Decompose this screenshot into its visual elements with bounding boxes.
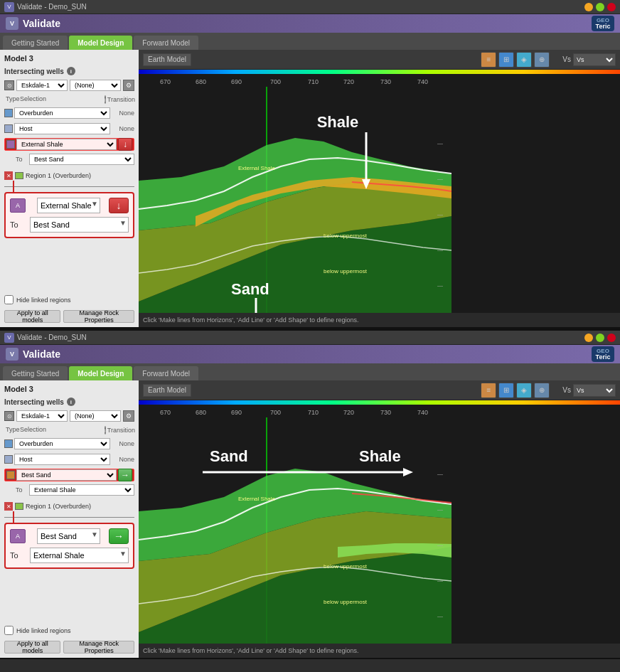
apply-all-btn-bot[interactable]: Apply to all models	[4, 641, 60, 654]
svg-text:690: 690	[231, 78, 242, 85]
connector-line-bot	[13, 511, 14, 524]
close-btn-top[interactable]	[607, 3, 616, 11]
overburden-color-top	[4, 109, 13, 117]
manage-rock-btn-top[interactable]: Manage Rock Properties	[63, 310, 134, 323]
host-color-bot	[4, 455, 13, 464]
col-selection-label-top: Selection	[20, 95, 103, 104]
svg-text:740: 740	[417, 409, 428, 416]
toolbar-icon3-top[interactable]: ◈	[516, 52, 532, 68]
earth-model-label-top: Earth Model	[143, 53, 191, 66]
svg-text:—: —	[437, 613, 443, 619]
maximize-btn-bot[interactable]	[596, 334, 604, 342]
vs-label-bot: Vs	[562, 386, 571, 394]
viz-toolbar-bot: Earth Model ≡ ⊞ ◈ ⊕ Vs Vs	[139, 380, 620, 400]
vs-select-bot[interactable]: Vs	[573, 384, 616, 397]
popup-icon-bot: A	[10, 529, 26, 543]
popup-box-top: A External Shale ▼ ↓ To	[4, 192, 134, 238]
well-none-select-top[interactable]: (None)	[70, 80, 121, 91]
svg-text:—: —	[437, 176, 443, 182]
seismic-svg-top[interactable]: 670 680 690 700 710 720 730 740	[139, 74, 620, 327]
overburden-select-top[interactable]: Overburden	[14, 107, 110, 119]
svg-text:—: —	[437, 211, 443, 218]
svg-text:670: 670	[160, 409, 171, 416]
teric-text-top: Teric	[596, 23, 611, 30]
region-toggle-bot[interactable]: ✕	[4, 502, 13, 511]
well-action-btn-bot[interactable]: ⚙	[123, 410, 134, 422]
teric-logo-top: GEO Teric	[592, 16, 614, 31]
well-action-btn-top[interactable]: ⚙	[123, 80, 134, 91]
validate-label-bot: Validate	[23, 348, 60, 360]
host-color-top	[4, 124, 13, 133]
tab-getting-started-bot[interactable]: Getting Started	[3, 366, 68, 380]
highlighted-select-top[interactable]: External Shale	[16, 139, 117, 150]
highlighted-layer-row-bot: Best Sand →	[4, 469, 134, 481]
well-name-select-bot[interactable]: Eskdale-1	[16, 410, 68, 422]
tab-forward-model-bot[interactable]: Forward Model	[134, 366, 198, 380]
toolbar-icon2-top[interactable]: ⊞	[498, 52, 514, 68]
popup-green-btn-bot[interactable]: →	[109, 528, 129, 544]
seismic-svg-bot[interactable]: 670 680 690 700 710 720 730 740	[139, 405, 620, 658]
hide-linked-label-top: Hide linked regions	[16, 297, 71, 304]
hide-linked-checkbox-top[interactable]	[4, 295, 14, 304]
svg-text:700: 700	[270, 78, 281, 85]
toolbar-icon4-bot[interactable]: ⊕	[534, 383, 550, 398]
col-type-label-top: Type	[6, 95, 18, 104]
transition-info-icon-top: i	[105, 95, 106, 104]
toolbar-icon1-top[interactable]: ≡	[481, 52, 496, 68]
viz-toolbar-top: Earth Model ≡ ⊞ ◈ ⊕ Vs Vs	[139, 50, 620, 70]
region-toggle-top[interactable]: ✕	[4, 171, 13, 180]
svg-text:720: 720	[343, 409, 354, 416]
vs-label-top: Vs	[562, 55, 571, 63]
highlighted-select-bot[interactable]: Best Sand	[16, 469, 117, 481]
svg-text:—: —	[437, 247, 443, 253]
popup-main-select-bot[interactable]: Best Sand	[37, 528, 100, 544]
svg-text:—: —	[437, 140, 443, 146]
tab-model-design-bot[interactable]: Model Design	[69, 366, 132, 380]
green-arrow-btn-bot[interactable]: →	[118, 469, 132, 481]
overburden-select-bot[interactable]: Overburden	[14, 438, 110, 449]
region-label-bot: Region 1 (Overburden)	[26, 503, 91, 510]
tab-getting-started-top[interactable]: Getting Started	[3, 36, 68, 50]
to-select-bot[interactable]: External Shale	[29, 484, 134, 496]
toolbar-icon1-bot[interactable]: ≡	[481, 383, 496, 398]
highlighted-color-bot	[6, 471, 15, 479]
col-transition-label-bot: i Transition	[105, 426, 133, 434]
toolbar-icon3-bot[interactable]: ◈	[516, 383, 532, 398]
tab-forward-model-top[interactable]: Forward Model	[134, 36, 198, 50]
popup-to-select-top[interactable]: Best Sand	[30, 217, 129, 233]
vs-select-top[interactable]: Vs	[573, 53, 616, 66]
well-name-select-top[interactable]: Eskdale-1	[16, 80, 68, 91]
maximize-btn-top[interactable]	[596, 3, 604, 11]
shale-annotation-text-bot: Shale	[359, 447, 401, 465]
host-select-bot[interactable]: Host	[14, 454, 110, 465]
svg-text:720: 720	[343, 78, 354, 85]
well-icon-bot: ⊙	[4, 411, 14, 421]
apply-all-btn-top[interactable]: Apply to all models	[4, 310, 60, 323]
svg-text:710: 710	[308, 78, 319, 85]
tab-model-design-top[interactable]: Model Design	[69, 36, 132, 50]
popup-to-select-bot[interactable]: External Shale	[30, 548, 129, 563]
toolbar-icon2-bot[interactable]: ⊞	[498, 383, 514, 398]
toolbar-icon4-top[interactable]: ⊕	[534, 52, 550, 68]
svg-text:730: 730	[380, 78, 391, 85]
popup-box-bot: A Best Sand ▼ → To	[4, 523, 134, 569]
status-text-bot: Click 'Make lines from Horizons', 'Add L…	[143, 647, 358, 654]
status-text-top: Click 'Make lines from Horizons', 'Add L…	[143, 316, 358, 324]
to-select-top[interactable]: Best Sand	[29, 154, 134, 165]
model-title-bot: Model 3	[4, 385, 134, 393]
close-btn-bot[interactable]	[607, 334, 616, 342]
svg-text:below uppermost: below uppermost	[324, 563, 368, 570]
well-none-select-bot[interactable]: (None)	[70, 410, 121, 422]
svg-text:—: —	[437, 282, 443, 289]
host-select-top[interactable]: Host	[14, 123, 110, 134]
manage-rock-btn-bot[interactable]: Manage Rock Properties	[63, 641, 134, 654]
hide-linked-checkbox-bot[interactable]	[4, 626, 14, 635]
red-arrow-btn-top[interactable]: ↓	[118, 138, 132, 151]
popup-to-label-top: To	[10, 220, 27, 229]
popup-red-btn-top[interactable]: ↓	[109, 198, 129, 213]
minimize-btn-bot[interactable]	[584, 334, 593, 342]
minimize-btn-top[interactable]	[584, 3, 593, 11]
viz-area-top: Earth Model ≡ ⊞ ◈ ⊕ Vs Vs	[139, 50, 620, 327]
popup-main-select-top[interactable]: External Shale	[37, 198, 100, 213]
hide-linked-label-bot: Hide linked regions	[16, 627, 71, 634]
